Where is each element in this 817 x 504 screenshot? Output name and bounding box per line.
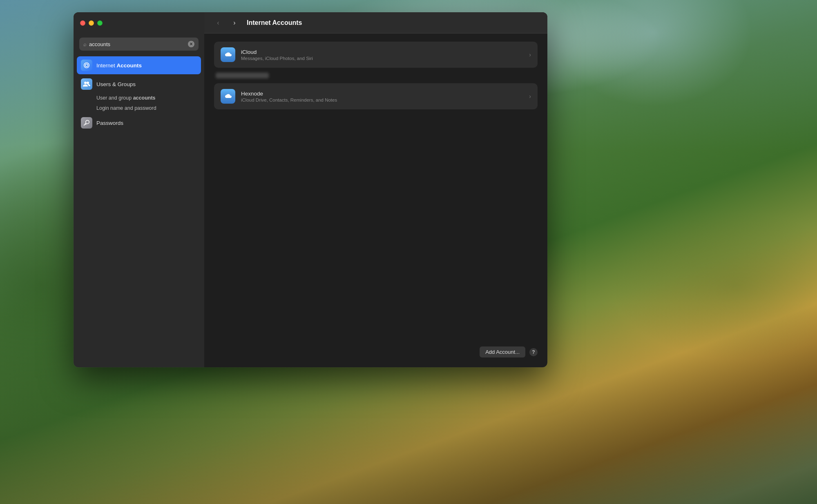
sidebar-subitem-login-name-password[interactable]: Login name and password bbox=[92, 103, 201, 113]
sidebar-item-users-groups[interactable]: Users & Groups bbox=[77, 75, 201, 93]
accounts-list: iCloud Messages, iCloud Photos, and Siri… bbox=[204, 33, 547, 346]
sidebar-users-groups-label: Users & Groups bbox=[96, 81, 136, 87]
sidebar: ⌕ accounts Internet Accounts bbox=[74, 12, 204, 367]
sidebar-item-passwords[interactable]: Passwords bbox=[77, 114, 201, 132]
main-header: ‹ › Internet Accounts bbox=[204, 12, 547, 33]
forward-button[interactable]: › bbox=[229, 19, 240, 27]
icloud-chevron-icon: › bbox=[529, 51, 531, 58]
icloud-account-name: iCloud bbox=[241, 49, 523, 55]
redacted-email-label bbox=[216, 73, 269, 78]
users-groups-sub-items: User and group accounts Login name and p… bbox=[77, 93, 201, 113]
help-button[interactable]: ? bbox=[529, 348, 538, 356]
hexnode-account-info: Hexnode iCloud Drive, Contacts, Reminder… bbox=[241, 91, 523, 102]
system-preferences-window: ⌕ accounts Internet Accounts bbox=[74, 12, 547, 367]
main-content: ‹ › Internet Accounts iCloud Messages, i… bbox=[204, 12, 547, 367]
search-value: accounts bbox=[89, 41, 185, 47]
icloud-account-row[interactable]: iCloud Messages, iCloud Photos, and Siri… bbox=[214, 42, 538, 68]
hexnode-icon bbox=[221, 89, 235, 104]
sidebar-items-list: Internet Accounts Users & Groups bbox=[74, 55, 204, 367]
icloud-account-card: iCloud Messages, iCloud Photos, and Siri… bbox=[214, 42, 538, 68]
hexnode-chevron-icon: › bbox=[529, 93, 531, 100]
sidebar-passwords-label: Passwords bbox=[96, 120, 123, 126]
hexnode-account-row[interactable]: Hexnode iCloud Drive, Contacts, Reminder… bbox=[214, 83, 538, 109]
sidebar-internet-accounts-label: Internet Accounts bbox=[96, 62, 142, 69]
add-account-button[interactable]: Add Account... bbox=[480, 346, 525, 357]
titlebar bbox=[74, 12, 204, 33]
users-icon bbox=[81, 78, 92, 90]
close-button[interactable] bbox=[80, 20, 85, 26]
footer-row: Add Account... ? bbox=[204, 346, 547, 367]
search-container: ⌕ accounts bbox=[74, 33, 204, 55]
back-button[interactable]: ‹ bbox=[212, 19, 224, 27]
svg-point-1 bbox=[87, 82, 89, 84]
sidebar-subitem-user-group-accounts[interactable]: User and group accounts bbox=[92, 93, 201, 103]
sidebar-internet-label-normal: Internet bbox=[96, 62, 117, 69]
sidebar-item-internet-accounts[interactable]: Internet Accounts bbox=[77, 56, 201, 74]
maximize-button[interactable] bbox=[97, 20, 103, 26]
minimize-button[interactable] bbox=[89, 20, 94, 26]
main-title: Internet Accounts bbox=[247, 19, 302, 27]
key-icon bbox=[81, 117, 92, 129]
at-icon bbox=[81, 60, 92, 71]
icloud-icon bbox=[221, 47, 235, 62]
hexnode-account-card: Hexnode iCloud Drive, Contacts, Reminder… bbox=[214, 83, 538, 109]
search-clear-button[interactable] bbox=[188, 41, 194, 47]
search-icon: ⌕ bbox=[83, 41, 87, 47]
sidebar-internet-label-bold: Accounts bbox=[117, 62, 142, 69]
hexnode-account-subtitle: iCloud Drive, Contacts, Reminders, and N… bbox=[241, 98, 523, 102]
svg-point-0 bbox=[84, 82, 87, 84]
hexnode-account-name: Hexnode bbox=[241, 91, 523, 97]
icloud-account-subtitle: Messages, iCloud Photos, and Siri bbox=[241, 56, 523, 61]
search-box[interactable]: ⌕ accounts bbox=[79, 38, 199, 51]
icloud-account-info: iCloud Messages, iCloud Photos, and Siri bbox=[241, 49, 523, 61]
